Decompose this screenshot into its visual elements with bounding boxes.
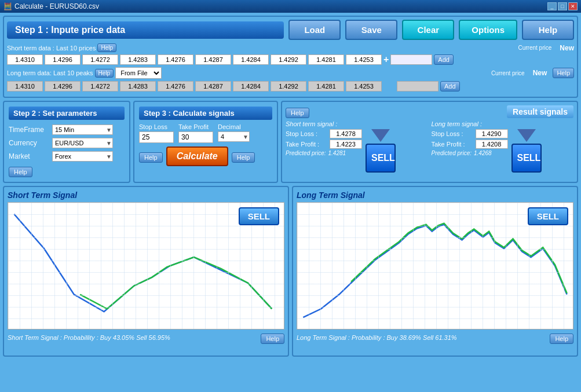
long-chart-title: Long Term Signal [297, 190, 573, 200]
main-content: Step 1 : Inpute price data Load Save Cle… [0, 13, 581, 392]
calculate-button[interactable]: Calculate [166, 146, 228, 166]
save-button[interactable]: Save [345, 20, 397, 40]
long-price-1[interactable] [45, 81, 81, 91]
long-price-5[interactable] [195, 81, 231, 91]
step2-title: Step 2 : Set parameters [9, 107, 125, 120]
result-box: Help Result signals Short term signal : … [281, 101, 578, 183]
short-takeprofit-value[interactable] [330, 140, 362, 149]
short-term-label: Short term data : Last 10 prices [7, 45, 96, 52]
short-signal-data: Stop Loss : Take Profit : Predicted pric… [286, 129, 362, 157]
short-help-button[interactable]: Help [97, 43, 116, 52]
decimal-label: Decimal [218, 123, 250, 130]
long-price-3[interactable] [120, 81, 156, 91]
stoploss-input[interactable] [139, 131, 174, 143]
short-price-5[interactable] [195, 54, 231, 65]
short-price-0[interactable] [7, 54, 43, 65]
new-long-input[interactable] [397, 81, 439, 91]
short-price-9[interactable] [346, 54, 382, 65]
long-help-btn2[interactable]: Help [553, 68, 574, 78]
long-signal-data: Stop Loss : Take Profit : Predicted pric… [432, 129, 508, 157]
load-button[interactable]: Load [288, 20, 341, 40]
short-price-2[interactable] [82, 54, 118, 65]
market-select-wrapper[interactable]: Forex Stocks ▼ [52, 151, 113, 162]
result-help-button[interactable]: Help [286, 108, 309, 118]
timeframe-select[interactable]: 15 Min 1 Hour 4 Hours Daily [52, 124, 113, 135]
takeprofit-input[interactable] [178, 131, 213, 143]
decimal-select-wrapper[interactable]: 4 2 5 ▼ [218, 131, 250, 142]
long-chart-help-button[interactable]: Help [550, 334, 573, 344]
long-chart-box: Long Term Signal SELL Long Term Signal :… [292, 186, 578, 357]
short-term-row: Short term data : Last 10 prices Help Cu… [7, 43, 574, 52]
short-stoploss-value[interactable] [330, 129, 362, 138]
short-takeprofit-row: Take Profit : [286, 140, 362, 149]
step2-help-button[interactable]: Help [9, 167, 32, 177]
step3-box: Step 3 : Calculate signals Stop Loss Tak… [133, 101, 278, 183]
long-signal-col: Long term signal : Stop Loss : Take Prof… [432, 120, 574, 173]
close-button[interactable]: ✕ [568, 2, 578, 10]
step3-params: Stop Loss Take Profit Decimal 4 2 5 [139, 123, 272, 143]
steps-row: Step 2 : Set parameters TimeFrame 15 Min… [3, 101, 578, 183]
market-row: Market Forex Stocks ▼ [9, 151, 125, 162]
new-short-input[interactable] [390, 54, 432, 65]
short-price-6[interactable] [233, 54, 269, 65]
short-chart-help-button[interactable]: Help [261, 334, 284, 344]
long-price-9[interactable] [346, 81, 382, 91]
market-select[interactable]: Forex Stocks [52, 151, 113, 162]
long-predicted-label: Predicted price: [432, 150, 472, 156]
short-stoploss-label: Stop Loss : [286, 130, 327, 137]
maximize-button[interactable]: □ [558, 2, 567, 10]
step3-actions: Help Calculate Help [139, 146, 272, 166]
long-price-7[interactable] [271, 81, 306, 91]
current-price-label-long: Current price [491, 70, 525, 76]
short-chart-area: SELL [8, 202, 284, 329]
decimal-select[interactable]: 4 2 5 [218, 131, 250, 142]
long-price-0[interactable] [7, 81, 43, 91]
short-takeprofit-label: Take Profit : [286, 141, 327, 148]
short-price-3[interactable] [120, 54, 156, 65]
short-price-1[interactable] [45, 54, 81, 65]
options-button[interactable]: Options [459, 20, 517, 40]
short-chart-sell-badge: SELL [239, 207, 279, 225]
step3-help2-button[interactable]: Help [232, 152, 255, 163]
timeframe-select-wrapper[interactable]: 15 Min 1 Hour 4 Hours Daily ▼ [52, 124, 113, 135]
titlebar-left: 🧮 Calculate - EURUSD60.csv [3, 2, 99, 10]
long-price-6[interactable] [233, 81, 269, 91]
short-predicted-value: 1.4281 [328, 150, 346, 156]
short-chart-footer-text: Short Term Signal : Probabillity : Buy 4… [8, 334, 170, 341]
short-price-8[interactable] [308, 54, 344, 65]
long-predicted-value: 1.4268 [474, 150, 492, 156]
step3-help-button[interactable]: Help [139, 152, 163, 163]
timeframe-row: TimeFrame 15 Min 1 Hour 4 Hours Daily ▼ [9, 124, 125, 135]
long-price-2[interactable] [82, 81, 118, 91]
long-price-4[interactable] [158, 81, 193, 91]
result-header: Help Result signals [286, 105, 573, 118]
new-label-short: New [560, 44, 574, 52]
signals-row: Short term signal : Stop Loss : Take Pro… [286, 120, 573, 173]
long-price-8[interactable] [308, 81, 344, 91]
from-file-select[interactable]: From File [115, 67, 162, 79]
minimize-button[interactable]: _ [547, 2, 557, 10]
clear-button[interactable]: Clear [402, 20, 454, 40]
titlebar-controls[interactable]: _ □ ✕ [547, 2, 578, 10]
decimal-param: Decimal 4 2 5 ▼ [218, 123, 250, 143]
long-sell-button[interactable]: SELL [511, 144, 542, 173]
short-add-button[interactable]: Add [434, 54, 454, 65]
long-chart-sell-badge: SELL [528, 207, 568, 225]
long-takeprofit-value[interactable] [476, 140, 508, 149]
charts-row: Short Term Signal SELL Short Term Signal… [3, 186, 578, 357]
short-price-4[interactable] [158, 54, 193, 65]
currency-select[interactable]: EUR/USD GBP/USD [52, 138, 113, 148]
titlebar: 🧮 Calculate - EURUSD60.csv _ □ ✕ [0, 0, 581, 13]
short-price-7[interactable] [271, 54, 306, 65]
short-predicted-label: Predicted price: [286, 150, 326, 156]
help-button[interactable]: Help [522, 20, 574, 40]
short-sell-button[interactable]: SELL [366, 144, 396, 173]
short-stoploss-row: Stop Loss : [286, 129, 362, 138]
currency-select-wrapper[interactable]: EUR/USD GBP/USD ▼ [52, 138, 113, 148]
long-add-button[interactable]: Add [440, 81, 460, 91]
long-stoploss-label: Stop Loss : [432, 130, 473, 137]
long-help-button[interactable]: Help [95, 69, 114, 78]
current-price-label-short: Current price [518, 45, 552, 51]
currency-label: Currency [9, 139, 49, 147]
long-stoploss-value[interactable] [476, 129, 508, 138]
